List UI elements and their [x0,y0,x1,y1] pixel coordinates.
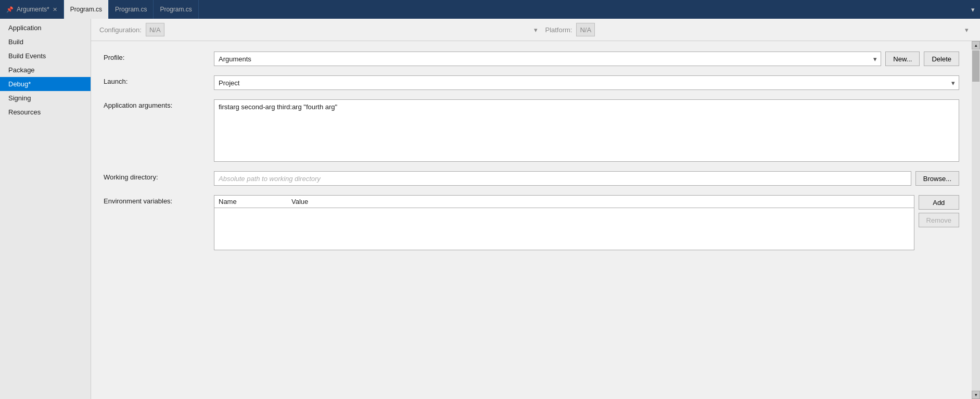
app-args-label: Application arguments: [104,99,208,109]
configuration-select[interactable]: N/A [146,23,164,36]
scrollbar-thumb[interactable] [972,50,979,82]
profile-label: Profile: [104,52,208,61]
tab-program-cs-1[interactable]: Program.cs [64,0,109,19]
sidebar-item-resources[interactable]: Resources [0,105,91,119]
working-dir-row: Working directory: Browse... [104,171,959,186]
delete-button[interactable]: Delete [924,52,959,66]
env-table-body[interactable] [214,208,914,250]
profile-select[interactable]: Arguments [214,52,881,66]
env-vars-label: Environment variables: [104,195,208,205]
configuration-label: Configuration: [99,26,142,34]
configuration-select-wrapper: N/A [146,23,541,36]
sidebar-item-signing[interactable]: Signing [0,91,91,105]
chevron-down-icon: ▾ [971,6,975,14]
remove-button[interactable]: Remove [919,213,959,227]
tab-program-cs-3[interactable]: Program.cs [154,0,198,19]
title-bar: 📌 Arguments* ✕ Program.cs Program.cs Pro… [0,0,980,19]
config-bar: Configuration: N/A Platform: N/A [91,19,980,41]
sidebar: Application Build Build Events Package D… [0,19,91,399]
new-button[interactable]: New... [885,52,920,66]
form-area-inner: Profile: Arguments New... Delete Launch: [91,41,980,399]
app-args-textarea[interactable]: firstarg second-arg third:arg "fourth ar… [214,99,959,162]
sidebar-item-build[interactable]: Build [0,35,91,49]
app-args-control-area: firstarg second-arg third:arg "fourth ar… [214,99,959,162]
scrollbar-down-button[interactable]: ▾ [972,391,980,399]
profile-control-area: Arguments New... Delete [214,52,959,66]
env-vars-table: Name Value [214,195,914,250]
browse-button[interactable]: Browse... [915,171,959,186]
env-value-header: Value [291,198,910,205]
env-vars-row: Environment variables: Name Value Add Re… [104,195,959,250]
close-icon[interactable]: ✕ [53,6,57,13]
profile-row: Profile: Arguments New... Delete [104,52,959,66]
tab-arguments[interactable]: 📌 Arguments* ✕ [0,0,64,19]
main-layout: Application Build Build Events Package D… [0,19,980,399]
working-dir-input[interactable] [214,171,911,186]
sidebar-item-debug[interactable]: Debug* [0,77,91,91]
sidebar-item-application[interactable]: Application [0,21,91,35]
platform-select[interactable]: N/A [576,23,595,36]
app-args-row: Application arguments: firstarg second-a… [104,99,959,162]
sidebar-item-build-events[interactable]: Build Events [0,49,91,63]
working-dir-control-area: Browse... [214,171,959,186]
add-button[interactable]: Add [919,195,959,210]
launch-select-wrapper: Project [214,75,959,90]
chevron-up-icon: ▴ [975,43,977,48]
content-area: Configuration: N/A Platform: N/A Profile… [91,19,980,399]
sidebar-item-package[interactable]: Package [0,63,91,77]
working-dir-label: Working directory: [104,171,208,181]
scrollbar-up-button[interactable]: ▴ [972,41,980,49]
launch-select[interactable]: Project [214,75,959,90]
profile-select-wrapper: Arguments [214,52,881,66]
pin-icon[interactable]: 📌 [6,6,14,13]
launch-row: Launch: Project [104,75,959,90]
platform-select-wrapper: N/A [576,23,972,36]
scrollbar-track: ▴ ▾ [972,41,980,399]
env-name-header: Name [219,198,291,205]
form-scrollable: Profile: Arguments New... Delete Launch: [91,41,972,399]
env-buttons: Add Remove [919,195,959,227]
launch-control-area: Project [214,75,959,90]
env-vars-control-area: Name Value Add Remove [214,195,959,250]
env-table-header: Name Value [214,196,914,208]
platform-label: Platform: [545,26,572,34]
launch-label: Launch: [104,75,208,85]
tab-program-cs-2[interactable]: Program.cs [109,0,154,19]
chevron-down-icon: ▾ [975,392,977,397]
tab-overflow-button[interactable]: ▾ [966,0,980,19]
